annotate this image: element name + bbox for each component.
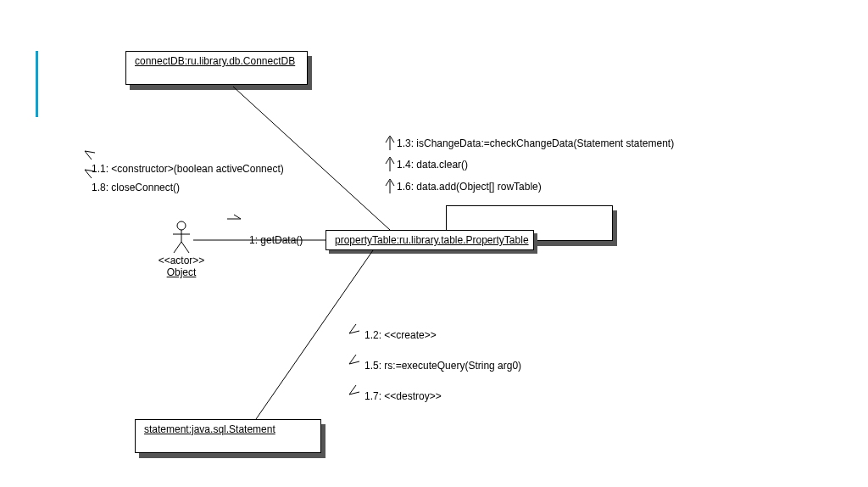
msg-1-2: 1.2: <<create>> xyxy=(364,329,437,341)
object-propertytable: propertyTable:ru.library.table.PropertyT… xyxy=(326,230,534,250)
msg-1-4: 1.4: data.clear() xyxy=(397,159,468,171)
accent-bar xyxy=(36,51,38,117)
msg-1-6: 1.6: data.add(Object[] rowTable) xyxy=(397,181,542,193)
propertytable-label: propertyTable:ru.library.table.PropertyT… xyxy=(335,234,529,246)
svg-line-3 xyxy=(174,242,181,253)
svg-line-6 xyxy=(233,87,390,230)
msg-1-7: 1.7: <<destroy>> xyxy=(364,390,442,402)
svg-point-0 xyxy=(177,221,186,230)
actor-name: Object xyxy=(167,266,197,278)
svg-line-7 xyxy=(256,250,373,419)
actor-stereotype: <<actor>> xyxy=(159,255,205,266)
object-connectdb: connectDB:ru.library.db.ConnectDB xyxy=(125,51,308,85)
msg-1-5: 1.5: rs:=executeQuery(String arg0) xyxy=(364,360,521,372)
msg-1-8: 1.8: closeConnect() xyxy=(92,182,180,193)
statement-label: statement:java.sql.Statement xyxy=(144,423,275,435)
actor-object: <<actor>> Object xyxy=(156,221,207,278)
connectdb-label: connectDB:ru.library.db.ConnectDB xyxy=(135,55,295,67)
msg-1: 1: getData() xyxy=(249,234,303,246)
object-statement: statement:java.sql.Statement xyxy=(135,419,321,453)
actor-icon xyxy=(171,221,192,255)
msg-1-3: 1.3: isChangeData:=checkChangeData(State… xyxy=(397,137,674,149)
svg-line-4 xyxy=(181,242,189,253)
msg-1-1: 1.1: <constructor>(boolean activeConnect… xyxy=(92,163,284,175)
